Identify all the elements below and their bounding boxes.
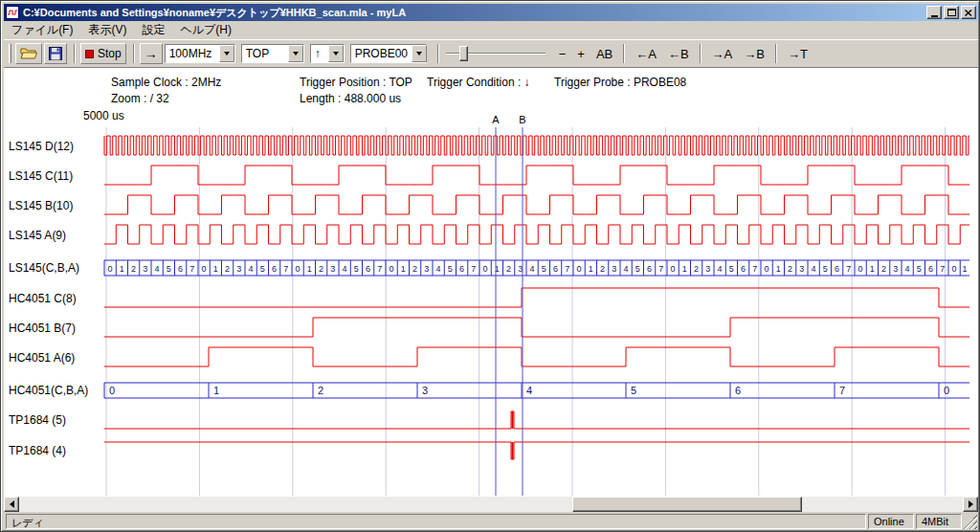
bus-value: 3 [705,264,710,274]
bus-rail [104,260,969,276]
bus-value: 6 [459,264,464,274]
channel-label: TP1684 (4) [9,444,66,457]
bus-value: 2 [319,264,323,274]
signal-trace [104,411,969,429]
channel-label: LS145 B(10) [9,199,73,212]
bus-value: 0 [390,264,394,274]
zoom-ab-button[interactable]: AB [590,43,618,64]
maximize-button[interactable] [944,6,959,19]
bus-value: 4 [812,264,816,274]
bus-value: 1 [963,264,968,274]
bus-value: 0 [858,264,863,274]
stop-button[interactable]: Stop [80,43,126,64]
stop-label: Stop [98,47,122,60]
cursor-label-b: B [519,114,525,125]
bus-value: 2 [694,264,699,274]
dropdown-arrow-button[interactable] [219,45,234,62]
chevron-down-icon [293,52,299,55]
sample-clock-select[interactable]: 100MHz [165,44,235,63]
bus-value: 0 [109,385,115,396]
menu-file[interactable]: ファイル(F) [4,20,80,40]
minimize-icon [931,15,938,17]
channel-label: HC4051 B(7) [9,321,76,335]
scroll-right-button[interactable] [963,497,978,512]
menu-settings[interactable]: 設定 [134,20,172,40]
channel-label: LS145 A(9) [9,229,66,242]
zoom-out-button[interactable]: − [553,43,572,64]
dropdown-arrow-button[interactable] [288,45,303,62]
scrollbar-thumb[interactable] [572,497,802,512]
zoom-slider[interactable] [446,43,546,64]
goto-trigger-button[interactable]: →T [782,43,813,64]
window-title: C:¥Documents and Settings¥noname¥デスクトップ¥… [23,6,924,20]
zoom-in-button[interactable]: + [571,43,590,64]
bus-value: 5 [167,264,171,274]
cursor-left-b-button[interactable]: ←B [662,43,695,64]
app-window: C:¥Documents and Settings¥noname¥デスクトップ¥… [0,0,980,532]
minimize-button[interactable] [926,6,942,19]
dropdown-arrow-button[interactable] [328,45,344,62]
signal-trace [104,347,969,366]
titlebar[interactable]: C:¥Documents and Settings¥noname¥デスクトップ¥… [4,4,978,21]
trigger-probe-select[interactable]: PROBE00 [350,44,427,63]
bus-value: 0 [296,264,301,274]
timebase-label: 5000 us [83,109,124,122]
trigger-edge-select[interactable]: ↑ [310,44,345,63]
run-arrow-icon: → [145,46,158,61]
bus-value: 7 [658,264,663,274]
open-button[interactable] [15,43,42,64]
chevron-down-icon [224,52,230,55]
bus-value: 7 [565,264,569,274]
bus-value: 4 [530,264,535,274]
bus-value: 7 [471,264,476,274]
bus-value: 7 [377,264,382,274]
toolbar-separator [775,44,777,63]
chevron-down-icon [333,52,339,55]
bus-value: 7 [752,264,757,274]
close-button[interactable] [961,6,976,19]
bus-value: 3 [893,264,898,274]
cursor-left-a-button[interactable]: ←A [630,43,662,64]
bus-value: 4 [436,264,441,274]
run-button[interactable]: → [140,43,163,64]
bus-value: 1 [307,264,312,274]
menu-help[interactable]: ヘルプ(H) [172,20,239,40]
save-button[interactable] [44,43,67,64]
bus-value: 4 [155,264,160,274]
scroll-left-button[interactable] [4,497,19,512]
toolbar-gripper [9,44,11,63]
waveform-area[interactable]: Sample Clock : 2MHz Trigger Position : T… [4,68,978,497]
horizontal-scrollbar[interactable] [4,497,978,512]
bus-value: 4 [343,264,347,274]
trigger-position-select[interactable]: TOP [241,44,304,63]
cursor-right-a-button[interactable]: →A [706,43,739,64]
bus-value: 1 [401,264,406,274]
statusbar: レディ Online 4MBit [4,513,978,530]
bus-value: 0 [765,264,769,274]
bus-value: 3 [236,264,241,274]
trigger-condition-info: Trigger Condition : ↓ [427,76,530,89]
bus-value: 7 [846,264,851,274]
bus-value: 1 [213,385,219,396]
menu-view[interactable]: 表示(V) [80,20,134,40]
bus-value: 4 [526,385,532,396]
trigger-position-info: Trigger Position : TOP [300,76,412,89]
zoom-slider-thumb[interactable] [459,46,468,61]
bus-value: 0 [202,264,207,274]
resize-grip[interactable] [964,514,977,529]
bus-value: 5 [631,385,636,396]
toolbar: Stop → 100MHz TOP ↑ PROBE00 − + AB [4,39,978,68]
signal-trace [104,166,969,185]
menubar: ファイル(F) 表示(V) 設定 ヘルプ(H) [4,21,978,39]
bus-value: 4 [718,264,723,274]
channel-label: LS145(C,B,A) [9,261,79,275]
dropdown-arrow-button[interactable] [412,45,427,62]
bus-value: 5 [542,264,546,274]
bus-value: 2 [881,264,886,274]
cursor-right-b-button[interactable]: →B [738,43,770,64]
bus-value: 5 [729,264,734,274]
bus-value: 1 [682,264,687,274]
status-ready-text: レディ [6,514,866,529]
bus-value: 6 [835,264,839,274]
status-memory-badge: 4MBit [916,514,962,529]
